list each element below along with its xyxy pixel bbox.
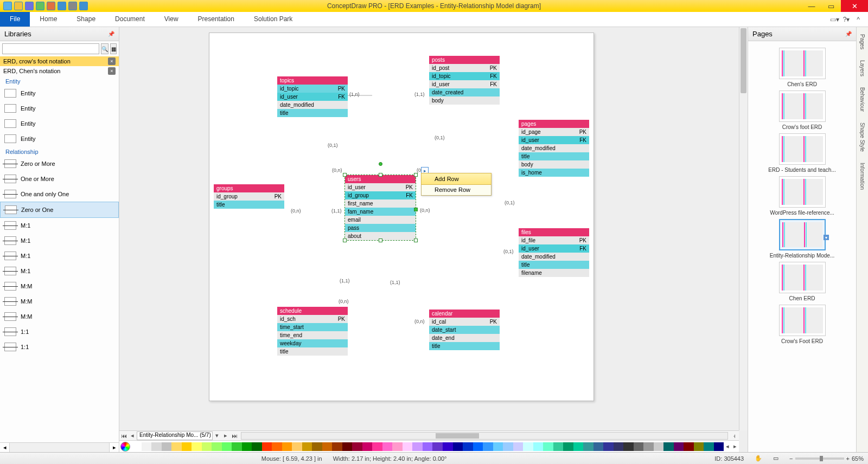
entity-calendar[interactable]: calendar id_calPKdate_startdate_endtitle (429, 310, 500, 350)
page-last-icon[interactable]: ⏭ (230, 433, 239, 439)
color-swatch[interactable] (684, 442, 694, 451)
qat-preview-icon[interactable] (79, 2, 88, 10)
library-item-relationship[interactable]: 1:1 (0, 339, 119, 355)
resize-handle-icon[interactable] (379, 239, 382, 242)
color-swatch[interactable] (432, 442, 443, 451)
color-swatch[interactable] (212, 442, 222, 451)
page-thumbnail[interactable] (779, 91, 826, 122)
library-item-relationship[interactable]: M:M (0, 279, 119, 294)
entity-row[interactable]: id_userFK (277, 93, 348, 101)
entity-topics[interactable]: topics id_topicPKid_userFKdate_modifiedt… (277, 76, 348, 117)
library-grid-icon[interactable]: ▦ (110, 43, 117, 54)
qat-undo-icon[interactable] (47, 2, 55, 10)
popup-add-row[interactable]: Add Row (421, 173, 492, 185)
libraries-hscroll[interactable]: ◂ ▸ (0, 442, 119, 452)
entity-row[interactable]: id_topicPK (277, 85, 348, 93)
color-swatch[interactable] (643, 442, 654, 451)
scroll-left-icon[interactable]: ◂ (0, 443, 10, 452)
color-swatch[interactable] (322, 442, 333, 451)
color-swatch[interactable] (332, 442, 342, 451)
color-swatch[interactable] (483, 442, 493, 451)
qat-new-icon[interactable] (3, 2, 12, 10)
entity-row[interactable]: id_postPK (429, 64, 500, 72)
qat-open-icon[interactable] (14, 2, 23, 10)
zoom-out-icon[interactable]: − (789, 455, 793, 462)
color-swatch[interactable] (282, 442, 292, 451)
color-swatch[interactable] (272, 442, 282, 451)
canvas-page[interactable]: topics id_topicPKid_userFKdate_modifiedt… (209, 33, 594, 401)
color-swatch[interactable] (412, 442, 423, 451)
color-swatch[interactable] (151, 442, 162, 451)
entity-row[interactable]: email (345, 216, 416, 224)
page-thumbnail[interactable] (779, 305, 826, 336)
color-swatch[interactable] (131, 442, 142, 451)
entity-users[interactable]: users id_userPKid_groupFKfirst_namefam_n… (345, 175, 416, 240)
entity-row[interactable]: title (277, 109, 348, 117)
color-swatch[interactable] (392, 442, 403, 451)
page-first-icon[interactable]: ⏮ (119, 433, 128, 439)
entity-row[interactable]: date_end (429, 334, 500, 342)
entity-row[interactable]: first_name (345, 199, 416, 208)
library-item-entity[interactable]: Entity (0, 86, 119, 101)
color-swatch[interactable] (694, 442, 704, 451)
library-item-entity[interactable]: Entity (0, 101, 119, 116)
color-swatch[interactable] (443, 442, 453, 451)
entity-row[interactable]: title (519, 152, 589, 160)
entity-row[interactable]: pass (345, 224, 416, 232)
library-item-relationship[interactable]: M:1 (0, 248, 119, 263)
color-swatch[interactable] (252, 442, 262, 451)
side-tab-shape-style[interactable]: Shape Style (858, 118, 867, 157)
entity-row[interactable]: time_start (277, 323, 348, 331)
page-tab-name[interactable]: Entity-Relationship Mo... (5/7) (137, 431, 213, 440)
color-swatch[interactable] (403, 442, 413, 451)
color-swatch[interactable] (513, 442, 524, 451)
close-chip-icon[interactable]: × (108, 57, 116, 65)
entity-row[interactable]: id_groupPK (214, 192, 284, 201)
entity-row[interactable]: body (429, 96, 500, 105)
entity-row[interactable]: filename (519, 269, 589, 277)
color-swatch[interactable] (573, 442, 584, 451)
qat-export-icon[interactable] (36, 2, 44, 10)
ribbon-tab-view[interactable]: View (155, 12, 188, 27)
entity-row[interactable]: id_groupFK (345, 191, 416, 199)
color-swatch[interactable] (302, 442, 312, 451)
entity-pages[interactable]: pages id_pagePKid_userFKdate_modifiedtit… (519, 120, 589, 177)
ribbon-tab-shape[interactable]: Shape (67, 12, 105, 27)
color-swatch[interactable] (623, 442, 634, 451)
color-swatch[interactable] (523, 442, 533, 451)
color-swatch[interactable] (262, 442, 272, 451)
color-swatch[interactable] (543, 442, 553, 451)
color-swatch[interactable] (654, 442, 664, 451)
page-prev-icon[interactable]: ◂ (128, 432, 137, 439)
color-swatch[interactable] (704, 442, 714, 451)
side-tab-layers[interactable]: Layers (858, 55, 867, 81)
color-swatch[interactable] (634, 442, 644, 451)
entity-row[interactable]: id_topicFK (429, 72, 500, 80)
color-wheel-icon[interactable] (120, 442, 130, 452)
color-swatch[interactable] (583, 442, 593, 451)
close-button[interactable]: ✕ (841, 0, 868, 12)
entity-row[interactable]: date_modified (519, 144, 589, 152)
color-swatch[interactable] (503, 442, 513, 451)
window-mode-icon[interactable]: ▭▾ (830, 15, 839, 24)
color-swatch[interactable] (614, 442, 624, 451)
entity-row[interactable]: date_modified (519, 253, 589, 261)
color-swatch[interactable] (553, 442, 564, 451)
popup-remove-row[interactable]: Remove Row (422, 184, 491, 195)
page-thumbnail[interactable] (779, 133, 826, 165)
zoom-value[interactable]: 65% (852, 455, 864, 462)
library-item-entity[interactable]: Entity (0, 131, 119, 146)
color-swatch[interactable] (593, 442, 604, 451)
entity-row[interactable]: weekday (277, 339, 348, 347)
color-swatch[interactable] (663, 442, 674, 451)
maximize-button[interactable]: ▭ (821, 0, 841, 12)
entity-row[interactable]: date_start (429, 326, 500, 334)
color-swatch[interactable] (182, 442, 192, 451)
color-swatch[interactable] (312, 442, 322, 451)
ribbon-tab-presentation[interactable]: Presentation (188, 12, 244, 27)
side-tab-behaviour[interactable]: Behaviour (858, 82, 867, 117)
qat-redo-icon[interactable] (58, 2, 66, 10)
color-swatch[interactable] (232, 442, 242, 451)
color-swatch[interactable] (533, 442, 544, 451)
qat-print-icon[interactable] (68, 2, 77, 10)
